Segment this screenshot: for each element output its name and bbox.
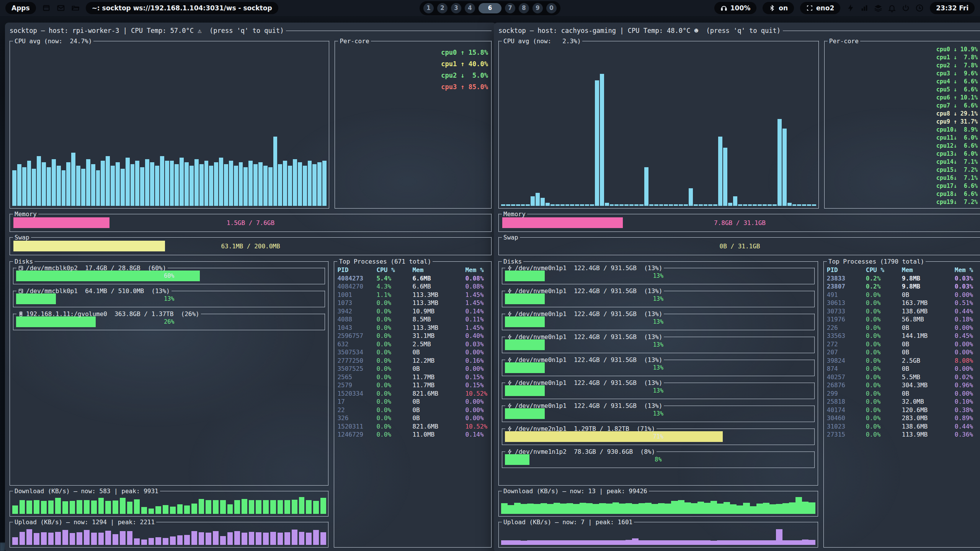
process-mem-pct: 0.08%: [465, 274, 489, 283]
disk-item: /dev/nvme0n1p1 122.4GB / 931.5GB (13%)13…: [502, 382, 815, 399]
chart-bar: [42, 162, 46, 206]
mail-app-icon[interactable]: [57, 4, 65, 12]
chart-bar: [614, 204, 619, 206]
chart-bar: [219, 158, 223, 206]
disk-item: /dev/mmcblk0p2 17.4GB / 28.8GB (60%)60%: [13, 267, 325, 284]
per-core-box-label: Per-core: [829, 37, 859, 45]
chart-bar: [258, 162, 263, 206]
core-sparkline: [827, 71, 933, 77]
chart-bar: [580, 204, 584, 206]
chart-bar: [298, 162, 302, 206]
clock-app-icon[interactable]: [915, 4, 924, 12]
chart-bar: [32, 169, 36, 206]
disk-percent-label: 71%: [505, 433, 812, 440]
chart-bar: [312, 164, 317, 206]
box-title-text: Top Processes (1790 total): [827, 258, 926, 265]
chart-bar: [560, 540, 567, 545]
process-mem-pct: 10.52%: [465, 390, 489, 398]
process-cpu-pct: 0.0%: [866, 332, 902, 340]
process-mem-pct: 0.03%: [955, 274, 978, 283]
network-indicator[interactable]: eno2: [800, 2, 840, 14]
chart-bar: [795, 540, 802, 545]
bluetooth-indicator[interactable]: on: [763, 2, 794, 14]
chart-bar: [91, 533, 97, 545]
memory-box-title: Memory: [499, 210, 980, 218]
chart-bar: [737, 505, 743, 514]
volume-indicator[interactable]: 100%: [714, 2, 757, 14]
window-app-icon[interactable]: [42, 4, 51, 12]
power-icon[interactable]: [902, 4, 910, 12]
workspace-button-4[interactable]: 4: [465, 3, 475, 13]
chart-bar: [170, 161, 174, 206]
system-tray: [846, 4, 924, 12]
process-mem-pct: 0.03%: [465, 340, 489, 349]
upload-box-title: Upload (KB/s) — now: 7 | peak: 1601: [499, 518, 818, 526]
workspace-button-3[interactable]: 3: [451, 3, 461, 13]
chart-bar: [155, 506, 161, 514]
workspace-button-7[interactable]: 7: [505, 3, 515, 13]
apps-button[interactable]: Apps: [5, 2, 36, 14]
chart-bar: [713, 204, 717, 206]
signal-bars-icon[interactable]: [860, 4, 869, 12]
chart-bar: [20, 500, 25, 514]
core-sparkline: [827, 63, 933, 69]
process-cpu-pct: 0.0%: [866, 398, 902, 406]
top-processes-box-label: Top Processes (671 total): [339, 258, 431, 265]
chart-bar: [554, 503, 560, 514]
chart-bar: [52, 159, 56, 206]
upload-box: Upload (KB/s) — now: 7 | peak: 1601: [498, 522, 818, 548]
lower-right-column: Top Processes (671 total)PIDCPU %MemMem …: [334, 256, 492, 548]
workspace-button-1[interactable]: 1: [423, 3, 434, 13]
chart-bar: [76, 166, 80, 206]
process-pid: 26876: [827, 381, 866, 390]
chart-bar: [730, 540, 737, 545]
process-cpu-pct: 0.0%: [866, 357, 902, 365]
chart-bar: [758, 204, 762, 206]
chart-bar: [691, 503, 697, 514]
notifications-bell-icon[interactable]: [888, 4, 896, 12]
chart-bar: [299, 532, 305, 545]
process-pid: 272: [827, 340, 866, 349]
process-cpu-pct: 0.0%: [376, 315, 412, 324]
terminal-window-right[interactable]: socktop — host: cachyos-gaming | CPU Tem…: [494, 23, 980, 551]
layers-icon[interactable]: [874, 4, 882, 12]
chart-bar: [165, 161, 169, 206]
per-core-box: Per-corecpu0 ↓ 10.9%cpu1 ↓ 7.8%cpu2 ↓ 7.…: [824, 41, 980, 209]
window-header-line: socktop — host: rpi-worker-3 | CPU Temp:…: [10, 26, 492, 36]
files-app-icon[interactable]: [71, 4, 80, 12]
workspace-button-9[interactable]: 9: [532, 3, 543, 13]
process-cpu-pct: 0.0%: [866, 291, 902, 299]
clock-indicator[interactable]: 23:32 Fri: [930, 2, 975, 14]
workspace-button-8[interactable]: 8: [519, 3, 529, 13]
swap-box-title: Swap: [10, 233, 491, 241]
disk-item: /dev/nvme0n1p1 122.4GB / 931.5GB (13%)13…: [502, 405, 815, 422]
disk-percent-label: 13%: [505, 318, 812, 325]
chart-bar: [84, 530, 90, 545]
chart-bar: [268, 167, 273, 206]
box-title-text: Swap: [13, 234, 31, 241]
chart-bar: [743, 540, 750, 545]
focused-window-title[interactable]: ~: socktop ws://192.168.1.104:3031/ws - …: [86, 2, 278, 14]
terminal-content: socktop — host: cachyos-gaming | CPU Tem…: [498, 26, 980, 548]
download-box: Download (KB/s) — now: 13 | peak: 99426: [498, 491, 818, 517]
chart-bar: [213, 500, 219, 514]
process-mem-pct: 0.00%: [955, 365, 978, 373]
core-label: cpu0 ↓ 10.9%: [936, 46, 978, 53]
process-pid: 1246729: [337, 430, 376, 439]
process-row: 310230.0%138.6MB0.44%: [827, 422, 978, 431]
process-cpu-pct: 0.0%: [866, 390, 902, 398]
chart-bar: [619, 540, 626, 545]
workspace-button-2[interactable]: 2: [437, 3, 448, 13]
disk-percent-label: 8%: [505, 456, 812, 463]
workspace-button-6[interactable]: 6: [479, 3, 501, 13]
chart-bar: [163, 505, 168, 514]
power-profile-bolt-icon[interactable]: [846, 4, 855, 12]
process-mem: 0B: [902, 291, 955, 299]
process-mem-pct: 0.89%: [955, 414, 978, 422]
download-box-label: Download (KB/s) — now: 583 | peak: 9931: [15, 487, 158, 495]
core-label: cpu7 ↓ 6.6%: [936, 102, 978, 109]
workspace-button-0[interactable]: 0: [546, 3, 557, 13]
apps-button-label: Apps: [11, 4, 30, 12]
terminal-window-left[interactable]: socktop — host: rpi-worker-3 | CPU Temp:…: [5, 23, 496, 551]
chart-bar: [665, 540, 671, 545]
